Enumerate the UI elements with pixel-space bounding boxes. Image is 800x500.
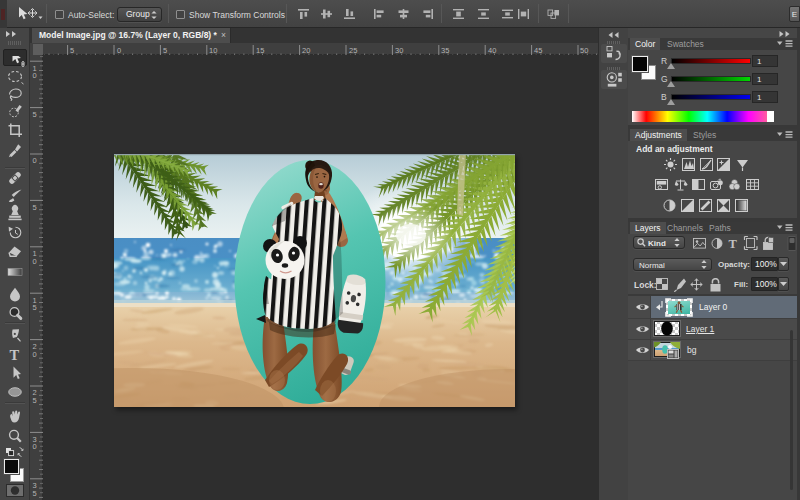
svg-text:45: 45 xyxy=(534,46,542,55)
svg-text:35: 35 xyxy=(441,46,449,55)
svg-text:25: 25 xyxy=(349,46,357,55)
svg-text:5: 5 xyxy=(33,396,37,405)
svg-text:50: 50 xyxy=(580,46,588,55)
svg-text:5: 5 xyxy=(33,303,37,312)
svg-text:0: 0 xyxy=(33,71,37,80)
svg-text:10: 10 xyxy=(209,46,217,55)
svg-text:T: T xyxy=(729,237,738,251)
svg-text:5: 5 xyxy=(33,203,37,212)
svg-text:20: 20 xyxy=(302,46,310,55)
svg-text:0: 0 xyxy=(33,350,37,359)
svg-text:5: 5 xyxy=(33,110,37,119)
svg-text:15: 15 xyxy=(256,46,264,55)
svg-text:0: 0 xyxy=(117,46,121,55)
svg-text:T: T xyxy=(10,347,20,363)
svg-text:5: 5 xyxy=(33,489,37,498)
svg-text:30: 30 xyxy=(395,46,403,55)
svg-text:5: 5 xyxy=(70,46,74,55)
svg-text:0: 0 xyxy=(33,257,37,266)
svg-text:5: 5 xyxy=(163,46,167,55)
svg-text:0: 0 xyxy=(33,442,37,451)
svg-text:40: 40 xyxy=(488,46,496,55)
svg-text:0: 0 xyxy=(33,156,37,165)
